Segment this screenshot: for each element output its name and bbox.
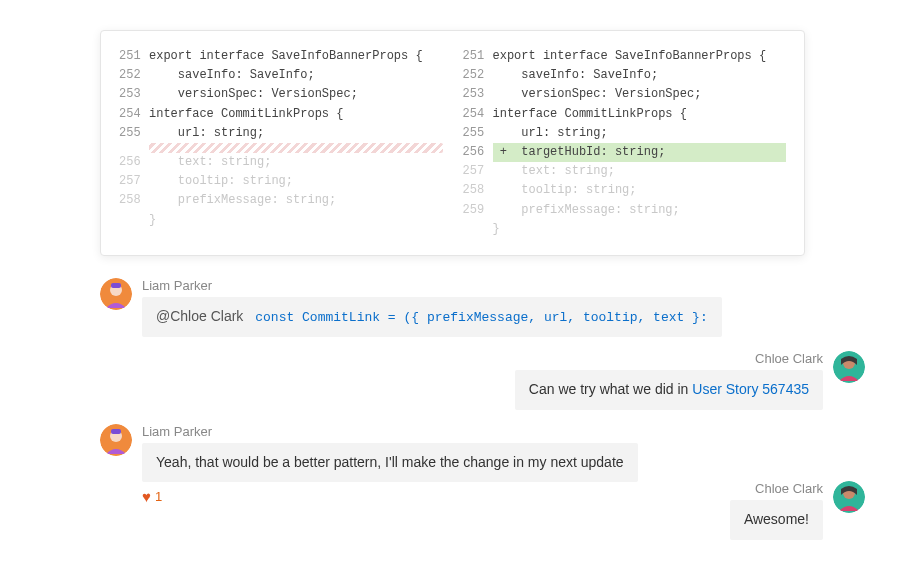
code-line[interactable]: 257 text: string; <box>463 162 787 181</box>
avatar[interactable] <box>833 351 865 383</box>
code-text: saveInfo: SaveInfo; <box>493 66 787 85</box>
code-text: url: string; <box>493 124 787 143</box>
reactions[interactable]: ♥ 1 <box>142 488 638 505</box>
line-number: 252 <box>119 66 149 85</box>
line-number: 256 <box>119 153 149 172</box>
line-number: 251 <box>119 47 149 66</box>
comment-author: Chloe Clark <box>755 351 823 366</box>
code-line[interactable]: 255 url: string; <box>463 124 787 143</box>
code-line[interactable]: 259 prefixMessage: string; <box>463 201 787 220</box>
code-text: } <box>493 220 787 239</box>
code-text: versionSpec: VersionSpec; <box>149 85 443 104</box>
code-line[interactable]: 251export interface SaveInfoBannerProps … <box>463 47 787 66</box>
code-line[interactable]: 253 versionSpec: VersionSpec; <box>119 85 443 104</box>
code-text: text: string; <box>493 162 787 181</box>
svg-rect-7 <box>111 429 121 434</box>
code-text: export interface SaveInfoBannerProps { <box>493 47 787 66</box>
line-number: 254 <box>119 105 149 124</box>
code-text: text: string; <box>149 153 443 172</box>
work-item-link[interactable]: User Story 567435 <box>692 381 809 397</box>
code-text: interface CommitLinkProps { <box>149 105 443 124</box>
code-text: tooltip: string; <box>149 172 443 191</box>
comment-bubble[interactable]: @Chloe Clark const CommitLink = ({ prefi… <box>142 297 722 337</box>
code-text: export interface SaveInfoBannerProps { <box>149 47 443 66</box>
comment-author: Chloe Clark <box>755 481 823 496</box>
line-number: 256 <box>463 143 493 162</box>
line-number: 252 <box>463 66 493 85</box>
code-text: prefixMessage: string; <box>493 201 787 220</box>
comment-bubble[interactable]: Awesome! <box>730 500 823 540</box>
code-text: tooltip: string; <box>493 181 787 200</box>
diff-right-column: 251export interface SaveInfoBannerProps … <box>453 47 787 239</box>
line-number <box>119 211 149 230</box>
avatar[interactable] <box>833 481 865 513</box>
line-number: 253 <box>463 85 493 104</box>
comment-item: Liam Parker @Chloe Clark const CommitLin… <box>100 278 865 337</box>
line-number: 257 <box>119 172 149 191</box>
code-line[interactable]: } <box>463 220 787 239</box>
diff-card: 251export interface SaveInfoBannerProps … <box>100 30 805 256</box>
comment-body: Liam Parker @Chloe Clark const CommitLin… <box>142 278 722 337</box>
line-number: 255 <box>119 124 149 143</box>
comment-text: Yeah, that would be a better pattern, I'… <box>156 454 624 470</box>
comment-text: Can we try what we did in <box>529 381 692 397</box>
code-text: } <box>149 211 443 230</box>
code-line[interactable]: 258 prefixMessage: string; <box>119 191 443 210</box>
code-text: + targetHubId: string; <box>493 143 787 162</box>
code-line[interactable]: 255 url: string; <box>119 124 443 143</box>
code-line[interactable]: 253 versionSpec: VersionSpec; <box>463 85 787 104</box>
diff-gap-indicator <box>149 143 443 153</box>
code-line[interactable]: 251export interface SaveInfoBannerProps … <box>119 47 443 66</box>
line-number: 255 <box>463 124 493 143</box>
mention[interactable]: @Chloe Clark <box>156 308 243 324</box>
comments-container: Liam Parker @Chloe Clark const CommitLin… <box>100 278 865 540</box>
comment-bubble[interactable]: Yeah, that would be a better pattern, I'… <box>142 443 638 483</box>
diff-left-column: 251export interface SaveInfoBannerProps … <box>119 47 453 239</box>
comment-item: Chloe Clark Can we try what we did in Us… <box>100 351 865 410</box>
svg-rect-2 <box>111 283 121 288</box>
reaction-count: 1 <box>155 489 162 504</box>
code-line[interactable]: 256 + targetHubId: string; <box>463 143 787 162</box>
code-text: saveInfo: SaveInfo; <box>149 66 443 85</box>
comment-bubble[interactable]: Can we try what we did in User Story 567… <box>515 370 823 410</box>
code-line[interactable]: 252 saveInfo: SaveInfo; <box>463 66 787 85</box>
line-number: 258 <box>119 191 149 210</box>
comment-author: Liam Parker <box>142 278 722 293</box>
avatar[interactable] <box>100 424 132 456</box>
heart-icon: ♥ <box>142 488 151 505</box>
code-line[interactable]: 254interface CommitLinkProps { <box>119 105 443 124</box>
comment-body: Chloe Clark Awesome! <box>730 481 823 540</box>
line-number: 253 <box>119 85 149 104</box>
code-line[interactable]: 256 text: string; <box>119 153 443 172</box>
code-text: url: string; <box>149 124 443 143</box>
code-line[interactable]: 258 tooltip: string; <box>463 181 787 200</box>
comment-author: Liam Parker <box>142 424 638 439</box>
line-number: 257 <box>463 162 493 181</box>
code-line[interactable]: 252 saveInfo: SaveInfo; <box>119 66 443 85</box>
code-line[interactable]: 254interface CommitLinkProps { <box>463 105 787 124</box>
line-number: 258 <box>463 181 493 200</box>
code-text: prefixMessage: string; <box>149 191 443 210</box>
code-line[interactable]: 257 tooltip: string; <box>119 172 443 191</box>
comment-text: Awesome! <box>744 511 809 527</box>
inline-code: const CommitLink = ({ prefixMessage, url… <box>255 310 707 325</box>
avatar[interactable] <box>100 278 132 310</box>
code-text: versionSpec: VersionSpec; <box>493 85 787 104</box>
comment-body: Liam Parker Yeah, that would be a better… <box>142 424 638 506</box>
code-line[interactable]: } <box>119 211 443 230</box>
line-number: 251 <box>463 47 493 66</box>
line-number: 254 <box>463 105 493 124</box>
comment-body: Chloe Clark Can we try what we did in Us… <box>515 351 823 410</box>
line-number: 259 <box>463 201 493 220</box>
code-text: interface CommitLinkProps { <box>493 105 787 124</box>
line-number <box>463 220 493 239</box>
